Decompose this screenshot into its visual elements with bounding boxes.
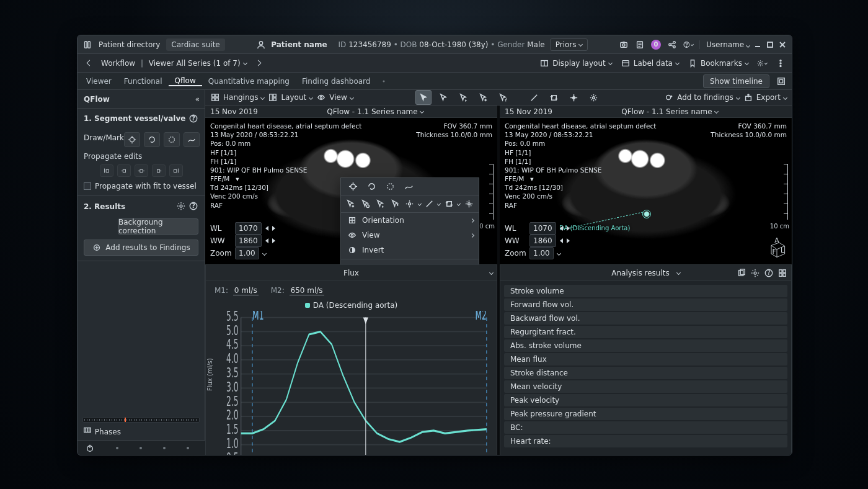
m1-value[interactable]: 0 ml/s <box>233 286 259 295</box>
pointer-spark-tool[interactable] <box>495 90 511 105</box>
share-icon[interactable] <box>667 40 677 50</box>
result-row[interactable]: Mean velocity <box>504 380 787 393</box>
crop-tool[interactable] <box>546 90 562 105</box>
analysis-results-list[interactable]: Stroke volumeForward flow vol.Backward f… <box>500 281 791 455</box>
window-close[interactable] <box>778 40 787 49</box>
ctx-magic[interactable] <box>463 197 475 212</box>
view-dropdown[interactable]: View <box>316 92 353 102</box>
ctx-line[interactable] <box>423 197 436 212</box>
grid-icon[interactable] <box>777 268 787 278</box>
flux-menu[interactable] <box>489 271 494 275</box>
ctx-orientation[interactable]: Orientation <box>341 213 479 228</box>
bookmarks-dropdown[interactable]: Bookmarks <box>688 58 748 68</box>
add-tab-button[interactable] <box>376 76 391 86</box>
kebab-icon[interactable] <box>776 58 786 68</box>
phase-scrubber[interactable] <box>82 417 200 423</box>
ctx-view[interactable]: View <box>341 228 479 243</box>
left-viewport[interactable]: Congenital heart disease, atrial septum … <box>205 118 497 264</box>
ctx-ptr-play[interactable] <box>374 197 386 212</box>
settings-gear-icon[interactable] <box>757 58 767 68</box>
help-icon[interactable]: ? <box>764 268 774 278</box>
ctx-spark-menu[interactable] <box>417 202 421 205</box>
result-row[interactable]: Stroke distance <box>504 367 787 379</box>
copy-icon[interactable] <box>737 268 746 278</box>
result-row[interactable]: Volume inside <box>504 455 787 455</box>
prop-last[interactable] <box>169 164 183 177</box>
tab-quantitative-mapping[interactable]: Quantitative mapping <box>202 76 296 86</box>
result-row[interactable]: Forward flow vol. <box>504 298 787 311</box>
add-to-findings-dropdown[interactable]: Add to findings <box>664 92 740 102</box>
ctx-line-menu[interactable] <box>437 202 441 205</box>
da-contour[interactable] <box>642 210 651 218</box>
result-row[interactable]: Abs. stroke volume <box>504 339 787 352</box>
ctx-ptr-plus[interactable] <box>345 197 357 212</box>
prop-both[interactable] <box>135 164 148 177</box>
tab-functional[interactable]: Functional <box>118 76 169 86</box>
window-minimize[interactable] <box>753 40 762 49</box>
tab-qflow[interactable]: Qflow <box>169 76 202 86</box>
label-data-dropdown[interactable]: Label data <box>621 58 679 68</box>
crosshair-tool[interactable] <box>565 90 582 105</box>
zoom-value[interactable]: 1.00 <box>529 247 554 259</box>
power-icon[interactable] <box>85 443 95 453</box>
zoom-menu[interactable] <box>262 251 267 255</box>
wl-dec[interactable] <box>265 226 268 231</box>
magic-tool[interactable] <box>585 90 601 105</box>
ctx-ptr-move[interactable] <box>389 197 401 212</box>
select-tool[interactable] <box>435 90 451 105</box>
breadcrumb[interactable]: Workflow | Viewer All Series (1 of 7) <box>101 59 247 68</box>
result-row[interactable]: Peak pressure gradient <box>504 408 787 420</box>
report-icon[interactable] <box>635 40 645 50</box>
result-row[interactable]: Heart rate: <box>504 435 787 447</box>
layout-dropdown[interactable]: Layout <box>268 92 312 102</box>
show-timeline-button[interactable]: Show timeline <box>703 74 769 88</box>
priors-dropdown[interactable]: Priors <box>550 38 588 51</box>
ww-dec[interactable] <box>560 238 563 243</box>
cardiac-suite-chip[interactable]: Cardiac suite <box>166 38 224 51</box>
export-dropdown[interactable]: Export <box>743 92 787 102</box>
ctx-crop-menu[interactable] <box>457 202 461 205</box>
right-viewport[interactable]: Congenital heart disease, atrial septum … <box>500 118 792 264</box>
result-row[interactable]: Regurgitant fract. <box>504 326 787 338</box>
help-icon[interactable]: ? <box>188 114 198 123</box>
result-row[interactable]: BC: <box>504 421 787 434</box>
ctx-crosshair[interactable] <box>345 179 361 194</box>
ww-inc[interactable] <box>272 238 275 243</box>
notification-badge[interactable]: 0 <box>651 40 661 50</box>
tool-crosshair[interactable] <box>124 132 140 147</box>
display-layout-dropdown[interactable]: Display layout <box>539 58 612 68</box>
tool-lasso[interactable] <box>144 132 160 147</box>
prop-first[interactable] <box>100 164 113 177</box>
ctx-invert[interactable]: Invert <box>341 243 479 258</box>
pointer-play-tool[interactable] <box>455 90 471 105</box>
ww-dec[interactable] <box>265 238 268 243</box>
patient-directory-link[interactable]: Patient directory <box>99 40 160 49</box>
camera-icon[interactable] <box>619 40 629 50</box>
ctx-ptr-zoom[interactable] <box>360 197 372 212</box>
prop-prev[interactable] <box>117 164 131 177</box>
fullscreen-icon[interactable] <box>773 74 789 89</box>
wl-value[interactable]: 1070 <box>529 222 556 235</box>
wl-inc[interactable] <box>272 226 275 231</box>
help-icon[interactable]: ? <box>188 201 198 211</box>
result-row[interactable]: Mean flux <box>504 353 787 366</box>
help-icon[interactable] <box>683 40 693 50</box>
background-correction-button[interactable]: Backgroung correction <box>118 218 198 235</box>
tab-viewer[interactable]: Viewer <box>80 76 118 86</box>
flux-chart[interactable]: 0.00.51.01.52.02.53.03.54.04.55.05.50501… <box>223 311 490 455</box>
result-row[interactable]: Peak velocity <box>504 394 787 406</box>
wl-inc[interactable] <box>567 226 570 231</box>
ww-value[interactable]: 1860 <box>235 235 262 247</box>
pointer-tool[interactable] <box>415 90 432 105</box>
analysis-menu[interactable] <box>676 271 681 275</box>
prop-next[interactable] <box>152 164 166 177</box>
result-row[interactable]: Stroke volume <box>504 285 787 297</box>
zoom-value[interactable]: 1.00 <box>235 247 259 259</box>
ctx-circle[interactable] <box>382 179 398 194</box>
tool-circle[interactable] <box>164 132 180 147</box>
ww-inc[interactable] <box>567 238 570 243</box>
window-maximize[interactable] <box>766 40 774 49</box>
series-dropdown[interactable]: QFlow - 1.1 Series name <box>621 107 717 116</box>
result-row[interactable]: Backward flow vol. <box>504 312 787 325</box>
ctx-crop[interactable] <box>443 197 455 212</box>
